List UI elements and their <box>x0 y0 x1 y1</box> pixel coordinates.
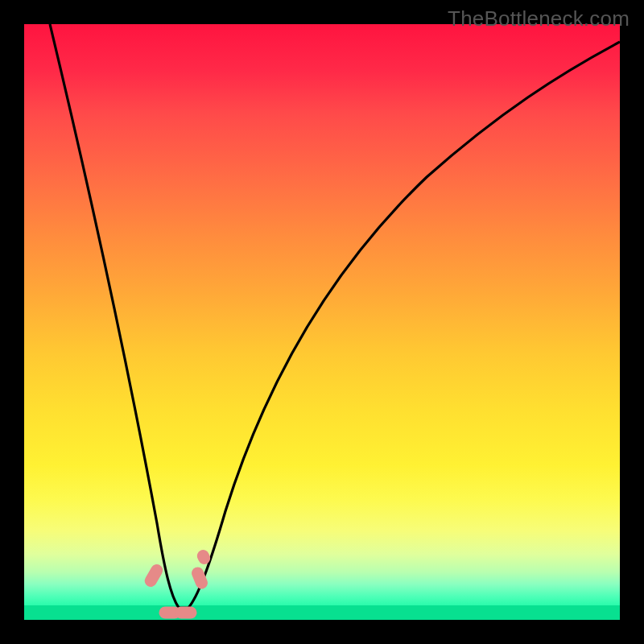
bottleneck-curve <box>50 24 620 608</box>
chart-area <box>24 24 620 620</box>
watermark-text: TheBottleneck.com <box>448 6 630 31</box>
curve-svg <box>24 24 620 620</box>
curve-marker <box>175 607 197 619</box>
